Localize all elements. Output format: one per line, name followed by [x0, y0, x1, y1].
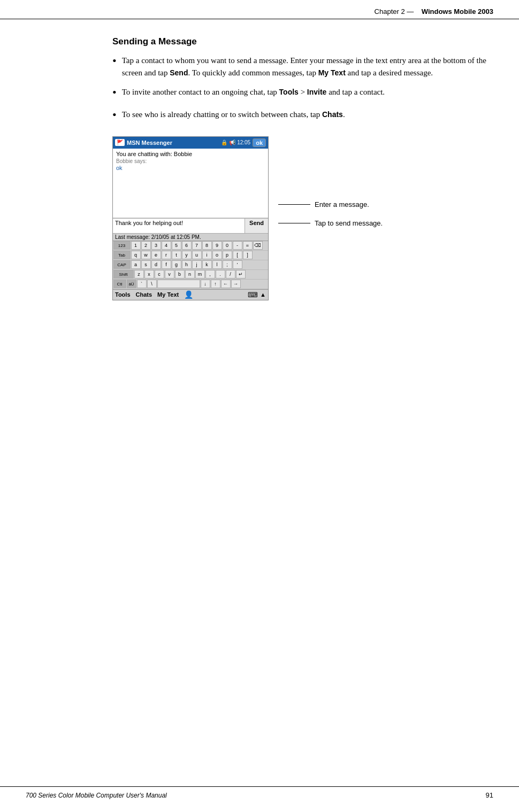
kb-key[interactable]: l	[212, 260, 222, 269]
menu-tools[interactable]: Tools	[115, 291, 131, 298]
kb-key[interactable]: 9	[212, 241, 222, 250]
kb-row-3: CAP a s d f g h j k l ; '	[113, 260, 268, 270]
kb-key[interactable]: -	[233, 241, 242, 250]
kb-key[interactable]: a	[131, 260, 141, 269]
kb-row-5: Ctl áÜ ` \ ↓ ↑ ← →	[113, 280, 268, 289]
kb-key[interactable]: v	[165, 270, 174, 279]
kb-key[interactable]: h	[182, 260, 192, 269]
kb-ctrl-key[interactable]: Ctl	[113, 280, 126, 288]
section-heading: Sending a Message	[112, 36, 493, 47]
kb-key[interactable]: z	[134, 270, 144, 279]
kb-key[interactable]: t	[172, 251, 181, 259]
menu-chats[interactable]: Chats	[136, 291, 152, 298]
kb-up-key[interactable]: ↑	[211, 280, 220, 288]
kb-row-4: Shift z x c v b n m , . / ↵	[113, 270, 268, 280]
list-item: • To invite another contact to an ongoin…	[112, 86, 493, 101]
kb-key[interactable]: r	[162, 251, 171, 259]
kb-key[interactable]: p	[223, 251, 232, 259]
kb-key[interactable]: e	[151, 251, 161, 259]
kb-enter-key[interactable]: ↵	[236, 270, 246, 279]
bullet-text-1: Tap a contact to whom you want to send a…	[122, 55, 493, 79]
titlebar-icons: 🔒 📢 12:05	[221, 140, 250, 145]
chapter-label: Chapter 2 —	[375, 7, 414, 16]
kb-key[interactable]: b	[175, 270, 185, 279]
kb-key[interactable]: u	[192, 251, 202, 259]
kb-key[interactable]: o	[212, 251, 222, 259]
kb-key[interactable]: g	[172, 260, 181, 269]
kb-key[interactable]: `	[137, 280, 147, 288]
phone-menu-bar: Tools Chats My Text 👤 ⌨ ▲	[113, 289, 268, 300]
kb-key[interactable]: 123	[113, 241, 131, 250]
kb-tab-key[interactable]: Tab	[113, 251, 131, 259]
kb-key[interactable]: \	[147, 280, 157, 288]
kb-key[interactable]: ]	[243, 251, 253, 259]
kb-key[interactable]: m	[195, 270, 205, 279]
kb-key[interactable]: 7	[192, 241, 202, 250]
kb-key[interactable]: i	[202, 251, 212, 259]
term-send: Send	[170, 68, 188, 77]
kb-key[interactable]: n	[185, 270, 195, 279]
kb-key[interactable]: [	[233, 251, 242, 259]
message-input-row: Thank you for helping out! Send	[113, 218, 268, 233]
kb-key[interactable]: x	[144, 270, 154, 279]
kb-key[interactable]: q	[131, 251, 141, 259]
kb-row-1: 123 1 2 3 4 5 6 7 8 9 0 - = ⌫	[113, 241, 268, 251]
term-chats: Chats	[322, 110, 343, 119]
kb-key[interactable]: .	[216, 270, 225, 279]
kb-key[interactable]: 0	[223, 241, 232, 250]
bullet-icon: •	[112, 107, 117, 123]
network-icon: 🔒	[221, 140, 227, 145]
kb-key[interactable]: k	[202, 260, 212, 269]
kb-backspace-key[interactable]: ⌫	[253, 241, 263, 250]
kb-key[interactable]: 5	[172, 241, 181, 250]
keyboard: 123 1 2 3 4 5 6 7 8 9 0 - = ⌫ Tab	[113, 241, 268, 289]
page-footer: 700 Series Color Mobile Computer User's …	[0, 786, 519, 799]
kb-key[interactable]: /	[226, 270, 235, 279]
kb-key[interactable]: d	[151, 260, 161, 269]
kb-key[interactable]: y	[182, 251, 192, 259]
kb-right-key[interactable]: →	[231, 280, 241, 288]
callout-tap-send: Tap to send message.	[278, 219, 383, 227]
kb-key[interactable]: f	[162, 260, 171, 269]
app-name: MSN Messenger	[127, 140, 221, 146]
kb-key[interactable]: w	[141, 251, 151, 259]
footer-manual-title: 700 Series Color Mobile Computer User's …	[26, 792, 167, 799]
ok-button[interactable]: ok	[253, 138, 266, 147]
kb-left-key[interactable]: ←	[221, 280, 231, 288]
callout-line-2	[278, 223, 310, 223]
expand-icon[interactable]: ▲	[260, 291, 266, 298]
kb-shift-key[interactable]: Shift	[113, 270, 134, 279]
callout-enter-message: Enter a message.	[278, 200, 383, 208]
kb-key[interactable]: 6	[182, 241, 192, 250]
keyboard-icon[interactable]: ⌨	[248, 291, 258, 299]
kb-space-key[interactable]	[157, 280, 200, 288]
kb-key[interactable]: 8	[202, 241, 212, 250]
kb-key[interactable]: j	[192, 260, 202, 269]
send-button[interactable]: Send	[245, 219, 268, 233]
kb-key[interactable]: c	[155, 270, 164, 279]
kb-key[interactable]: 3	[151, 241, 161, 250]
kb-cap-key[interactable]: CAP	[113, 260, 131, 269]
kb-alt-key[interactable]: áÜ	[127, 280, 136, 288]
app-logo: 🚩	[115, 139, 125, 146]
kb-key[interactable]: 4	[162, 241, 171, 250]
menu-mytext[interactable]: My Text	[157, 291, 179, 298]
status-bar: Last message: 2/10/05 at 12:05 PM.	[113, 233, 268, 241]
kb-key[interactable]: '	[233, 260, 242, 269]
chapter-title: Windows Mobile 2003	[422, 7, 493, 16]
list-item: • Tap a contact to whom you want to send…	[112, 55, 493, 79]
time-display: 12:05	[237, 140, 250, 145]
bullet-icon: •	[112, 84, 117, 101]
bullet-list: • Tap a contact to whom you want to send…	[112, 55, 493, 123]
bullet-text-2: To invite another contact to an ongoing …	[122, 86, 493, 98]
kb-key[interactable]: ,	[205, 270, 215, 279]
kb-down-key[interactable]: ↓	[201, 280, 210, 288]
kb-key[interactable]: ;	[223, 260, 232, 269]
kb-key[interactable]: 2	[141, 241, 151, 250]
kb-key[interactable]: s	[141, 260, 151, 269]
term-tools: Tools	[279, 88, 299, 96]
term-invite: Invite	[307, 88, 327, 96]
kb-key[interactable]: =	[243, 241, 253, 250]
message-input-field[interactable]: Thank you for helping out!	[113, 219, 245, 233]
kb-key[interactable]: 1	[131, 241, 141, 250]
